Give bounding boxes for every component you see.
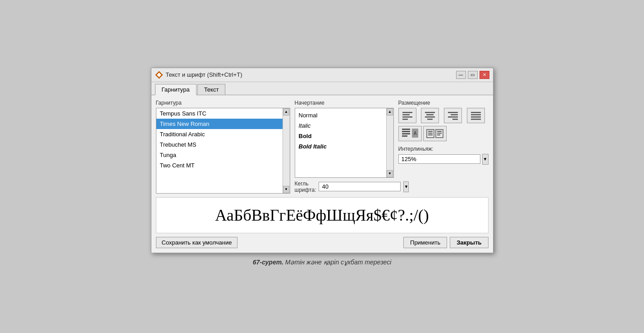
svg-rect-10 bbox=[448, 112, 458, 113]
caption: 67-сурет. Мәтін және қаріп сұхбат терезе… bbox=[253, 259, 392, 266]
preview-area: АаБбВвГгЕёФфШщЯя$€¢?.;/() bbox=[156, 197, 489, 233]
placement-row2: A bbox=[398, 126, 489, 141]
style-bold[interactable]: Bold bbox=[295, 131, 386, 141]
interline-input[interactable] bbox=[398, 154, 480, 164]
font-item-tempus[interactable]: Tempus Sans ITC bbox=[156, 108, 283, 119]
font-item-twocent[interactable]: Two Cent MT bbox=[156, 160, 283, 171]
style-normal[interactable]: Normal bbox=[295, 110, 386, 120]
size-input[interactable] bbox=[319, 182, 401, 191]
placement-label: Размещение bbox=[398, 100, 489, 106]
size-row: Кегль шрифта: ▼ bbox=[295, 180, 394, 193]
title-icon bbox=[155, 71, 163, 79]
font-dialog: Текст и шрифт (Shift+Ctrl+T) — ▭ ✕ Гарни… bbox=[151, 68, 493, 253]
style-scroll-down[interactable]: ▼ bbox=[387, 170, 393, 177]
style-scroll-up[interactable]: ▲ bbox=[387, 108, 393, 116]
caption-number: 67-сурет. bbox=[253, 259, 283, 266]
font-list-container: Tempus Sans ITC Times New Roman Traditio… bbox=[156, 108, 290, 194]
svg-rect-16 bbox=[471, 116, 481, 118]
align-center-button[interactable] bbox=[421, 108, 439, 123]
align-left-icon bbox=[401, 110, 414, 121]
svg-rect-29 bbox=[437, 131, 442, 132]
svg-rect-15 bbox=[471, 114, 481, 116]
caption-text: Мәтін және қаріп сұхбат терезесі bbox=[285, 259, 392, 266]
svg-rect-11 bbox=[451, 114, 458, 116]
svg-rect-17 bbox=[471, 119, 481, 120]
align-right-button[interactable] bbox=[444, 108, 462, 123]
title-bar-left: Текст и шрифт (Shift+Ctrl+T) bbox=[155, 71, 242, 79]
text-flow-button[interactable]: A bbox=[398, 126, 422, 141]
main-content: Гарнитура Tempus Sans ITC Times New Roma… bbox=[156, 100, 489, 194]
action-buttons: Применить Закрыть bbox=[403, 237, 488, 248]
save-default-button[interactable]: Сохранить как умолчание bbox=[156, 237, 238, 248]
style-scroll-track bbox=[387, 116, 393, 170]
close-button[interactable]: ✕ bbox=[480, 71, 489, 79]
interline-label: Интерлиньяж: bbox=[398, 146, 489, 152]
svg-rect-9 bbox=[427, 119, 433, 120]
interline-row: ▼ bbox=[398, 154, 489, 165]
align-center-icon bbox=[424, 110, 436, 121]
dialog-title: Текст и шрифт (Shift+Ctrl+T) bbox=[166, 71, 242, 78]
font-list-scrollbar[interactable]: ▲ ▼ bbox=[283, 108, 290, 193]
scroll-down-arrow[interactable]: ▼ bbox=[283, 186, 289, 193]
dialog-body: Гарнитура Tempus Sans ITC Times New Roma… bbox=[151, 95, 493, 253]
title-bar: Текст и шрифт (Shift+Ctrl+T) — ▭ ✕ bbox=[151, 68, 493, 82]
style-list-scrollbar[interactable]: ▲ ▼ bbox=[386, 108, 393, 177]
svg-rect-3 bbox=[402, 114, 410, 116]
font-list: Tempus Sans ITC Times New Roman Traditio… bbox=[156, 108, 290, 193]
svg-rect-30 bbox=[437, 133, 442, 134]
align-justify-icon bbox=[470, 110, 482, 121]
svg-rect-21 bbox=[402, 135, 407, 137]
font-item-times[interactable]: Times New Roman bbox=[156, 119, 283, 129]
style-list: Normal Italic Bold Bold Italic bbox=[295, 108, 393, 153]
window-controls: — ▭ ✕ bbox=[456, 71, 489, 79]
column-icon bbox=[426, 127, 444, 140]
tab-text[interactable]: Текст bbox=[197, 84, 226, 95]
close-dialog-button[interactable]: Закрыть bbox=[450, 237, 488, 248]
svg-rect-31 bbox=[437, 134, 440, 135]
font-item-tunga[interactable]: Tunga bbox=[156, 150, 283, 160]
column-button[interactable] bbox=[423, 126, 447, 141]
svg-rect-6 bbox=[425, 112, 435, 113]
style-section-label: Начертание bbox=[295, 100, 394, 106]
svg-rect-7 bbox=[426, 114, 434, 116]
scroll-up-arrow[interactable]: ▲ bbox=[283, 108, 289, 116]
size-label: Кегль шрифта: bbox=[295, 180, 316, 193]
font-section: Гарнитура Tempus Sans ITC Times New Roma… bbox=[156, 100, 290, 194]
svg-rect-27 bbox=[428, 134, 433, 135]
style-section: Начертание Normal Italic Bold Bold Itali… bbox=[295, 100, 394, 194]
svg-rect-2 bbox=[402, 112, 412, 113]
apply-button[interactable]: Применить bbox=[403, 237, 447, 248]
svg-rect-8 bbox=[425, 116, 435, 118]
bottom-row: Сохранить как умолчание Применить Закрыт… bbox=[156, 237, 489, 248]
svg-rect-19 bbox=[402, 131, 410, 132]
placement-section: Размещение bbox=[398, 100, 489, 194]
restore-button[interactable]: ▭ bbox=[468, 71, 478, 79]
preview-text: АаБбВвГгЕёФфШщЯя$€¢?.;/() bbox=[215, 206, 429, 225]
font-item-trebuchet[interactable]: Trebuchet MS bbox=[156, 139, 283, 150]
svg-rect-4 bbox=[402, 116, 412, 118]
svg-rect-25 bbox=[428, 131, 433, 132]
svg-rect-5 bbox=[402, 119, 408, 120]
align-justify-button[interactable] bbox=[467, 108, 485, 123]
svg-text:A: A bbox=[413, 131, 416, 136]
font-item-traditional[interactable]: Traditional Arabic bbox=[156, 129, 283, 139]
svg-rect-13 bbox=[452, 119, 458, 120]
align-left-button[interactable] bbox=[398, 108, 416, 123]
align-right-icon bbox=[447, 110, 459, 121]
svg-rect-14 bbox=[471, 112, 481, 113]
font-section-label: Гарнитура bbox=[156, 100, 290, 106]
svg-rect-26 bbox=[428, 133, 433, 134]
style-list-container: Normal Italic Bold Bold Italic ▲ ▼ bbox=[295, 108, 394, 178]
svg-rect-18 bbox=[402, 129, 410, 130]
style-bold-italic[interactable]: Bold Italic bbox=[295, 141, 386, 152]
minimize-button[interactable]: — bbox=[456, 71, 466, 79]
text-flow-icon: A bbox=[401, 127, 419, 140]
svg-rect-12 bbox=[448, 116, 458, 118]
style-italic[interactable]: Italic bbox=[295, 120, 386, 131]
interline-dropdown-button[interactable]: ▼ bbox=[482, 154, 489, 165]
alignment-grid bbox=[398, 108, 489, 123]
tab-bar: Гарнитура Текст bbox=[151, 82, 493, 95]
scroll-track bbox=[283, 116, 289, 186]
tab-garnitura[interactable]: Гарнитура bbox=[155, 84, 196, 95]
svg-rect-20 bbox=[402, 133, 410, 134]
